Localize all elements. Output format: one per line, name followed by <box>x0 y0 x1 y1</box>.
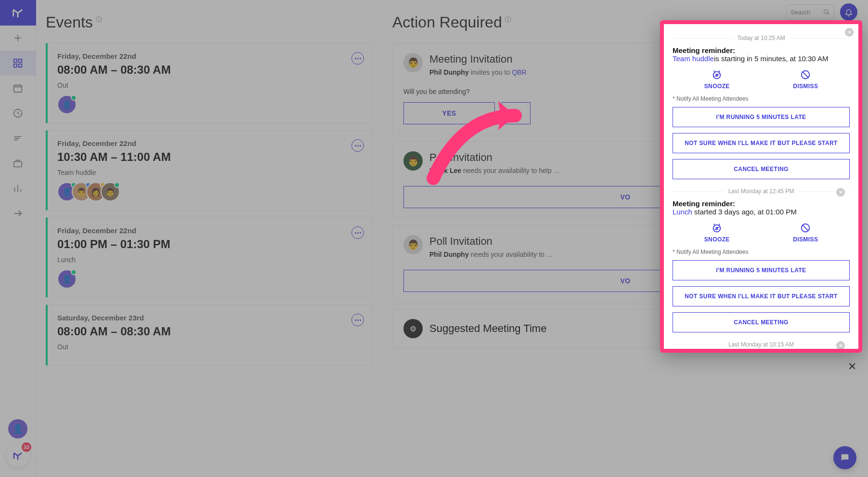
snooze-icon <box>712 69 722 80</box>
snooze-button[interactable]: SNOOZE <box>704 69 730 90</box>
start-without-me-button[interactable]: NOT SURE WHEN I'LL MAKE IT BUT PLEASE ST… <box>673 286 850 306</box>
close-icon[interactable]: ✕ <box>845 28 854 37</box>
start-without-me-button[interactable]: NOT SURE WHEN I'LL MAKE IT BUT PLEASE ST… <box>673 133 850 153</box>
notification-timestamp: Last Monday at 12:45 PM <box>728 188 794 195</box>
notify-label: * Notify All Meeting Attendees <box>673 95 850 102</box>
close-icon[interactable]: ✕ <box>836 188 845 197</box>
reminder-text: Team huddleis starting in 5 minutes, at … <box>673 54 850 63</box>
dismiss-icon <box>800 223 811 233</box>
notification-timestamp: Today at 10:25 AM <box>737 35 785 41</box>
notification-popover: ✕ Today at 10:25 AM Meeting reminder: Te… <box>660 20 862 353</box>
late-button[interactable]: I'M RUNNING 5 MINUTES LATE <box>673 260 850 280</box>
notification-timestamp: Last Monday at 10:15 AM <box>728 341 794 348</box>
snooze-button[interactable]: SNOOZE <box>704 223 730 243</box>
meeting-link[interactable]: Team huddle <box>673 54 714 63</box>
snooze-icon <box>712 223 722 233</box>
dismiss-button[interactable]: DISMISS <box>793 69 818 90</box>
reminder-heading: Meeting reminder: <box>673 199 850 208</box>
close-icon[interactable]: ✕ <box>836 341 845 349</box>
reminder-text: Lunch started 3 days ago, at 01:00 PM <box>673 208 850 216</box>
late-button[interactable]: I'M RUNNING 5 MINUTES LATE <box>673 107 850 127</box>
cancel-meeting-button[interactable]: CANCEL MEETING <box>673 312 850 332</box>
meeting-link[interactable]: Lunch <box>673 208 692 216</box>
notify-label: * Notify All Meeting Attendees <box>673 249 850 255</box>
reminder-heading: Meeting reminder: <box>673 46 850 54</box>
dismiss-icon <box>800 69 811 80</box>
dismiss-button[interactable]: DISMISS <box>793 223 818 243</box>
cancel-meeting-button[interactable]: CANCEL MEETING <box>673 159 850 179</box>
